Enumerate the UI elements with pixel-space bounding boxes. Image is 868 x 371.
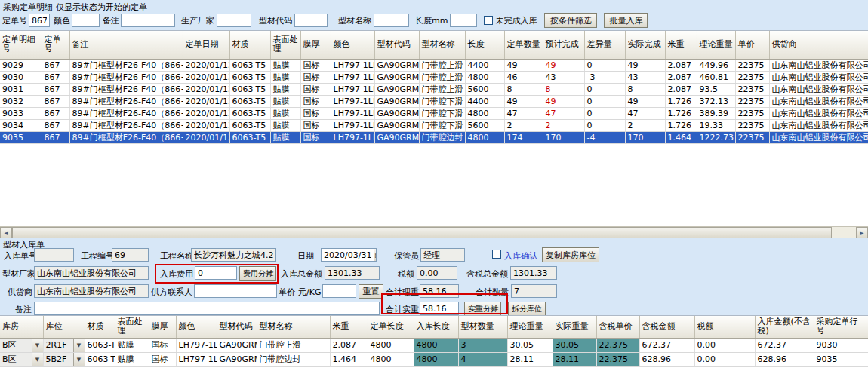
scroll-left-button[interactable]: ◄ bbox=[0, 227, 12, 238]
cell[interactable]: 1.726 bbox=[665, 107, 697, 119]
cell[interactable]: LH797-1LL0 bbox=[331, 59, 374, 71]
column-header[interactable]: 备注 bbox=[69, 31, 183, 59]
cell[interactable]: 89#门框型材F26-F40（866+867） bbox=[69, 71, 183, 83]
cell[interactable]: 8 bbox=[625, 83, 665, 95]
column-header[interactable]: 膜厚 bbox=[300, 31, 331, 59]
cell[interactable]: 贴膜 bbox=[270, 59, 300, 71]
cell[interactable]: 9032 bbox=[0, 95, 42, 107]
keeper-field[interactable] bbox=[420, 248, 465, 262]
cell[interactable]: 9030 bbox=[0, 71, 42, 83]
cell[interactable]: 贴膜 bbox=[270, 83, 300, 95]
cell[interactable]: 2020/01/13 bbox=[183, 95, 229, 107]
cell[interactable]: 867 bbox=[42, 131, 69, 143]
column-header[interactable]: 库位 bbox=[43, 316, 85, 338]
cell[interactable]: 49 bbox=[543, 95, 584, 107]
cell[interactable]: 9031 bbox=[0, 83, 42, 95]
inbound-fee-input[interactable] bbox=[195, 266, 237, 280]
cell[interactable]: 2.087 bbox=[665, 59, 697, 71]
cell[interactable]: 2020/01/13 bbox=[183, 83, 229, 95]
cell[interactable]: LH797-1LL0 bbox=[331, 107, 374, 119]
cell[interactable]: 170 bbox=[625, 131, 665, 143]
table-row[interactable]: B区▼2R1F▼6063-T5贴膜国标LH797-1LL0GA90GRM03门带… bbox=[0, 338, 868, 352]
column-header[interactable]: 材质 bbox=[229, 31, 270, 59]
cell[interactable]: 867 bbox=[42, 95, 69, 107]
length-filter-input[interactable] bbox=[450, 14, 477, 27]
tax-field[interactable] bbox=[417, 266, 457, 280]
total-theoretical-field[interactable] bbox=[420, 284, 459, 298]
split-location-button[interactable]: 拆分库位 bbox=[508, 302, 546, 316]
column-header[interactable]: 差异量 bbox=[584, 31, 625, 59]
cell[interactable]: GA90GRM03 bbox=[374, 83, 419, 95]
unfinished-checkbox[interactable] bbox=[484, 16, 493, 25]
cell[interactable]: 867 bbox=[42, 59, 69, 71]
cell[interactable]: 4800 bbox=[368, 352, 414, 366]
cell[interactable]: 93.5 bbox=[697, 83, 735, 95]
cell[interactable]: 山东南山铝业股份有限公司 bbox=[769, 59, 868, 71]
table-row[interactable]: 903486789#门框型材F26-F40（866+867）2020/01/13… bbox=[0, 119, 868, 131]
cell[interactable]: 43 bbox=[625, 71, 665, 83]
cell[interactable]: 国标 bbox=[149, 352, 176, 366]
cell[interactable]: 门带腔上滑 bbox=[419, 83, 465, 95]
cell[interactable]: 9030 bbox=[814, 338, 863, 352]
cell[interactable]: 国标 bbox=[300, 71, 331, 83]
cell[interactable]: 22375 bbox=[735, 119, 769, 131]
cell[interactable]: 山东南山铝业股份有限公司 bbox=[769, 71, 868, 83]
cell[interactable]: 4800 bbox=[465, 131, 504, 143]
cell[interactable]: LH797-1LL0 bbox=[176, 352, 217, 366]
cell[interactable]: 山东南山铝业股份有限公司 bbox=[769, 131, 868, 143]
cell[interactable]: 2 bbox=[504, 119, 543, 131]
cell[interactable]: 2020/01/13 bbox=[183, 71, 229, 83]
scrollbar-thumb[interactable] bbox=[12, 227, 832, 238]
cell[interactable]: 43 bbox=[543, 71, 584, 83]
column-header[interactable]: 含税单价 bbox=[596, 316, 639, 338]
cell[interactable]: 49 bbox=[504, 95, 543, 107]
dropdown-arrow-icon[interactable]: ▼ bbox=[32, 353, 43, 366]
cell[interactable]: 6063-T5 bbox=[229, 59, 270, 71]
cell[interactable]: 2 bbox=[625, 119, 665, 131]
cell[interactable]: 0 bbox=[584, 119, 625, 131]
cell[interactable]: 6063-T5 bbox=[229, 119, 270, 131]
column-header[interactable]: 表面处理 bbox=[270, 31, 300, 59]
column-header[interactable]: 定单长度 bbox=[368, 316, 414, 338]
cell[interactable]: 6063-T5 bbox=[85, 352, 115, 366]
column-header[interactable]: 膜厚 bbox=[149, 316, 176, 338]
inbound-confirm-checkbox[interactable] bbox=[492, 250, 501, 259]
cell[interactable]: 47 bbox=[504, 107, 543, 119]
cell[interactable]: 672.37 bbox=[755, 338, 814, 352]
cell[interactable]: 867 bbox=[42, 71, 69, 83]
cell[interactable]: 6063-T5 bbox=[229, 131, 270, 143]
cell[interactable]: 22375 bbox=[735, 83, 769, 95]
column-header[interactable]: 税额 bbox=[694, 316, 755, 338]
fee-allocate-button[interactable]: 费用分摊 bbox=[239, 266, 276, 281]
cell[interactable]: 2020/01/13 bbox=[183, 59, 229, 71]
cell[interactable]: 628.96 bbox=[755, 352, 814, 366]
cell[interactable]: 4800 bbox=[414, 338, 458, 352]
column-header[interactable]: 长度 bbox=[465, 31, 504, 59]
cell[interactable]: 47 bbox=[543, 107, 584, 119]
dropdown-arrow-icon[interactable]: ▼ bbox=[73, 339, 85, 352]
cell[interactable]: 89#门框型材F26-F40（866+867） bbox=[69, 95, 183, 107]
scroll-right-button[interactable]: ► bbox=[856, 227, 868, 238]
cell[interactable]: -4 bbox=[584, 131, 625, 143]
cell[interactable]: 门带腔边封 bbox=[257, 352, 330, 366]
table-row[interactable]: 902986789#门框型材F26-F40（866+867）2020/01/13… bbox=[0, 59, 868, 71]
column-header[interactable]: 供货商 bbox=[769, 31, 868, 59]
column-header[interactable]: 颜色 bbox=[331, 31, 374, 59]
column-header[interactable]: 米重 bbox=[330, 316, 368, 338]
cell[interactable]: 28.11 bbox=[553, 352, 596, 366]
column-header[interactable]: 型材数量 bbox=[458, 316, 507, 338]
horizontal-scrollbar[interactable]: ◄ ► bbox=[0, 226, 868, 238]
scrollbar-track[interactable] bbox=[832, 227, 856, 238]
cell[interactable]: 89#门框型材F26-F40（866+867） bbox=[69, 107, 183, 119]
column-header[interactable]: 定单号 bbox=[42, 31, 69, 59]
cell[interactable]: 9034 bbox=[0, 119, 42, 131]
cell[interactable]: 22.375 bbox=[596, 352, 639, 366]
cell[interactable]: 49 bbox=[625, 95, 665, 107]
cell[interactable]: GA90GRM05 bbox=[217, 352, 257, 366]
column-header[interactable]: 颜色 bbox=[176, 316, 217, 338]
supplier-field[interactable] bbox=[34, 284, 149, 298]
cell[interactable]: 28.11 bbox=[507, 352, 553, 366]
column-header[interactable]: 入库金额(不含税) bbox=[755, 316, 814, 338]
cell[interactable]: 1.464 bbox=[330, 352, 368, 366]
cell[interactable]: 门带腔上滑 bbox=[419, 59, 465, 71]
